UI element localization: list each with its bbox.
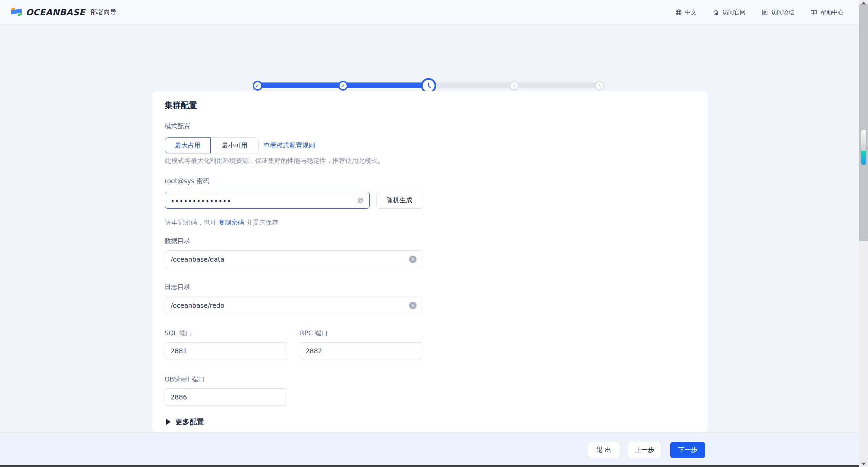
nav-item-label: 访问官网 (722, 8, 746, 16)
obshell-port-value: 2886 (171, 393, 187, 401)
app-title: 部署向导 (91, 8, 116, 17)
obshell-port-label: OBShell 端口 (165, 375, 205, 384)
data-dir-input[interactable]: /oceanbase/data ✕ (165, 250, 422, 268)
next-step-button[interactable]: 下一步 (670, 442, 705, 458)
password-hint: 请牢记密码，也可 复制密码 并妥善保存 (165, 218, 278, 227)
mode-segmented-control: 最大占用 最小可用 (165, 137, 259, 153)
scrollbar-track-upper[interactable] (859, 4, 868, 241)
password-label: root@sys 密码 (165, 177, 209, 186)
copy-password-link[interactable]: 复制密码 (218, 219, 244, 226)
nav-item-forum[interactable]: 访问论坛 (761, 8, 794, 16)
home-icon (712, 9, 719, 16)
mode-option-min[interactable]: 最小可用 (211, 137, 259, 153)
log-dir-value: /oceanbase/redo (171, 302, 224, 309)
log-dir-input[interactable]: /oceanbase/redo ✕ (165, 297, 422, 314)
navbar-menu: 中文 访问官网 访问论坛 (675, 8, 844, 16)
nav-item-label: 帮助中心 (821, 8, 844, 16)
clear-input-icon[interactable]: ✕ (409, 256, 417, 263)
password-masked-value: •••••••••••••• (171, 197, 231, 205)
forum-icon (761, 9, 768, 16)
brand: OCEANBASE (10, 6, 85, 18)
wizard-footer: 退 出 上一步 下一步 (0, 432, 868, 465)
mode-option-max[interactable]: 最大占用 (165, 137, 211, 153)
step-done-check-icon: ✓ (338, 81, 348, 91)
rpc-port-label: RPC 端口 (300, 329, 328, 338)
step-pending-clock-icon (595, 81, 604, 91)
rpc-port-input[interactable]: 2882 (300, 342, 422, 359)
exit-button[interactable]: 退 出 (588, 442, 620, 458)
top-navbar: OCEANBASE 部署向导 中文 访问官网 (0, 0, 859, 25)
scrollbar-down-arrow[interactable] (861, 463, 866, 465)
more-config-toggle[interactable]: 更多配置 (166, 417, 204, 427)
mode-rules-link[interactable]: 查看模式配置规则 (264, 141, 315, 150)
clear-input-icon[interactable]: ✕ (409, 302, 417, 309)
oceanbase-logo-icon (10, 6, 22, 18)
caret-right-icon (166, 419, 171, 425)
obshell-port-input[interactable]: 2886 (165, 388, 287, 406)
deployment-stepper: ✓ 部署配置 ✓ 节点配置 集群配置 预检查 部署 (0, 35, 859, 79)
password-input[interactable]: •••••••••••••• (165, 192, 370, 209)
previous-step-button[interactable]: 上一步 (628, 442, 661, 458)
globe-icon (675, 9, 682, 16)
help-book-icon (810, 9, 817, 16)
step-pending-clock-icon (509, 81, 519, 91)
nav-item-official-site[interactable]: 访问官网 (712, 8, 746, 16)
nav-item-label: 中文 (685, 8, 697, 16)
nav-item-label: 访问论坛 (771, 8, 794, 16)
sql-port-value: 2881 (171, 347, 187, 355)
log-dir-label: 日志目录 (165, 283, 190, 292)
bottom-edge-strip (0, 465, 868, 467)
data-dir-label: 数据目录 (165, 237, 190, 245)
step-done-check-icon: ✓ (253, 81, 263, 91)
scrollbar-up-arrow[interactable] (861, 2, 866, 4)
data-dir-value: /oceanbase/data (171, 256, 224, 263)
random-generate-button[interactable]: 随机生成 (377, 192, 422, 209)
mode-config-label: 模式配置 (165, 122, 190, 131)
nav-item-help-center[interactable]: 帮助中心 (810, 8, 844, 16)
sql-port-label: SQL 端口 (165, 329, 192, 338)
scrollbar-thumb[interactable] (861, 130, 866, 165)
eye-invisible-icon[interactable] (356, 197, 364, 204)
more-config-label: 更多配置 (175, 417, 204, 427)
page-title: 集群配置 (165, 100, 197, 111)
page-scrollbar[interactable] (859, 0, 868, 467)
brand-name: OCEANBASE (26, 7, 85, 17)
sql-port-input[interactable]: 2881 (165, 342, 287, 359)
rpc-port-value: 2882 (306, 347, 322, 355)
cluster-config-card: 集群配置 模式配置 最大占用 最小可用 查看模式配置规则 此模式将最大化利用环境… (152, 91, 708, 432)
nav-item-language[interactable]: 中文 (675, 8, 697, 16)
mode-description: 此模式将最大化利用环境资源，保证集群的性能与稳定性，推荐使用此模式。 (165, 156, 384, 165)
